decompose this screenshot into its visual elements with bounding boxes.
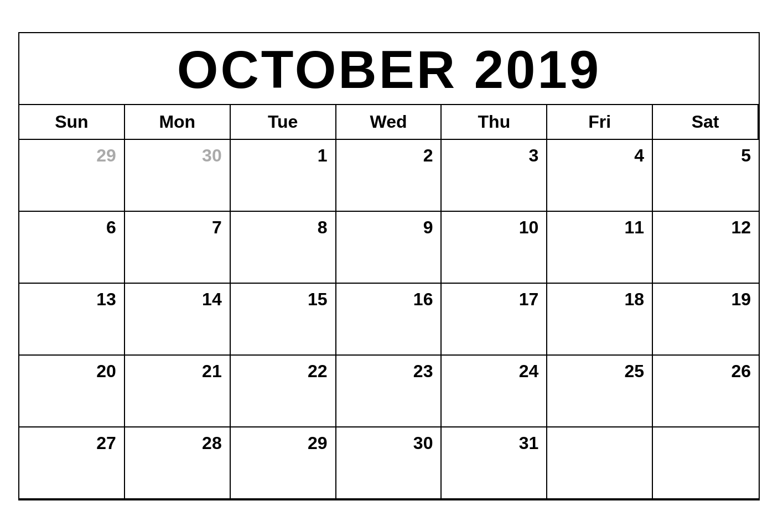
day-cell[interactable]: 29 [19, 140, 125, 212]
day-cell[interactable]: 9 [336, 212, 442, 284]
day-cell[interactable]: 13 [19, 284, 125, 356]
day-number: 29 [27, 145, 116, 166]
day-cell[interactable]: 10 [442, 212, 547, 284]
day-cell[interactable]: 29 [231, 427, 336, 499]
day-cell[interactable]: 7 [125, 212, 231, 284]
day-cell[interactable]: 0 [653, 427, 759, 499]
day-number: 4 [555, 145, 644, 166]
day-number: 7 [133, 217, 222, 238]
day-cell[interactable]: 14 [125, 284, 231, 356]
calendar-grid: SunMonTueWedThuFriSat2930123456789101112… [19, 105, 759, 499]
day-number: 13 [27, 289, 116, 310]
day-cell[interactable]: 12 [653, 212, 759, 284]
day-number: 24 [449, 361, 538, 382]
day-cell[interactable]: 5 [653, 140, 759, 212]
day-cell[interactable]: 15 [231, 284, 336, 356]
day-cell[interactable]: 2 [336, 140, 442, 212]
day-cell[interactable]: 18 [547, 284, 653, 356]
day-cell[interactable]: 19 [653, 284, 759, 356]
day-number: 19 [661, 289, 751, 310]
calendar-title: OCTOBER 2019 [177, 40, 601, 99]
day-header-mon: Mon [125, 105, 231, 140]
day-number: 8 [238, 217, 328, 238]
day-cell[interactable]: 27 [19, 427, 125, 499]
day-cell[interactable]: 26 [653, 356, 759, 427]
day-number: 21 [133, 361, 222, 382]
day-cell[interactable]: 16 [336, 284, 442, 356]
day-header-wed: Wed [336, 105, 442, 140]
day-number: 28 [133, 433, 222, 453]
day-cell[interactable]: 4 [547, 140, 653, 212]
day-number: 27 [27, 433, 116, 453]
day-header-tue: Tue [231, 105, 336, 140]
day-number: 5 [661, 145, 751, 166]
day-number: 30 [133, 145, 222, 166]
day-number: 18 [555, 289, 644, 310]
day-number: 10 [449, 217, 538, 238]
day-number: 29 [238, 433, 328, 453]
day-cell[interactable]: 6 [19, 212, 125, 284]
day-cell[interactable]: 30 [336, 427, 442, 499]
day-number: 2 [344, 145, 433, 166]
day-number: 12 [661, 217, 751, 238]
day-cell[interactable]: 20 [19, 356, 125, 427]
day-header-sat: Sat [653, 105, 759, 140]
day-cell[interactable]: 24 [442, 356, 547, 427]
day-cell[interactable]: 21 [125, 356, 231, 427]
day-number: 9 [344, 217, 433, 238]
day-number: 23 [344, 361, 433, 382]
day-number: 20 [27, 361, 116, 382]
day-number: 1 [238, 145, 328, 166]
day-cell[interactable]: 8 [231, 212, 336, 284]
day-cell[interactable]: 17 [442, 284, 547, 356]
calendar-header: OCTOBER 2019 [19, 33, 759, 105]
day-number: 14 [133, 289, 222, 310]
day-cell[interactable]: 23 [336, 356, 442, 427]
day-header-thu: Thu [442, 105, 547, 140]
day-number: 26 [661, 361, 751, 382]
day-number: 25 [555, 361, 644, 382]
day-number: 15 [238, 289, 328, 310]
day-cell[interactable]: 22 [231, 356, 336, 427]
day-number: 30 [344, 433, 433, 453]
day-number: 17 [449, 289, 538, 310]
day-number: 16 [344, 289, 433, 310]
day-cell[interactable]: 30 [125, 140, 231, 212]
day-cell[interactable]: 11 [547, 212, 653, 284]
day-cell[interactable]: 1 [231, 140, 336, 212]
day-cell[interactable]: 0 [547, 427, 653, 499]
day-cell[interactable]: 25 [547, 356, 653, 427]
day-number: 22 [238, 361, 328, 382]
calendar: OCTOBER 2019 SunMonTueWedThuFriSat293012… [18, 32, 760, 500]
day-cell[interactable]: 28 [125, 427, 231, 499]
day-cell[interactable]: 3 [442, 140, 547, 212]
day-header-fri: Fri [547, 105, 653, 140]
day-number: 3 [449, 145, 538, 166]
day-number: 11 [555, 217, 644, 238]
day-cell[interactable]: 31 [442, 427, 547, 499]
day-number: 6 [27, 217, 116, 238]
day-number: 31 [449, 433, 538, 453]
day-header-sun: Sun [19, 105, 125, 140]
